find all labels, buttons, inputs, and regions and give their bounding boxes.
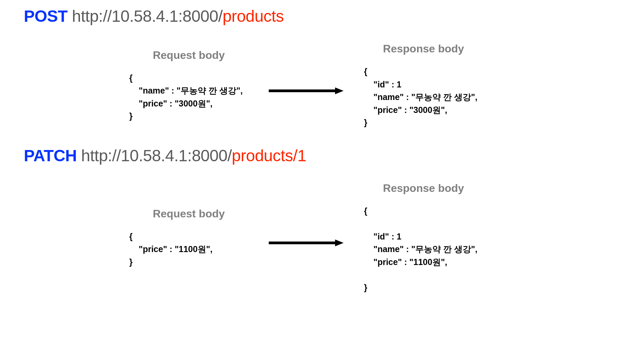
patch-request-title: Request body: [129, 208, 248, 220]
post-content-row: Request body { "name" : "무농약 깐 생강", "pri…: [24, 43, 606, 129]
post-url-prefix: http://10.58.4.1:8000/: [72, 7, 223, 25]
patch-method-label: PATCH: [24, 147, 77, 165]
post-request-block: Request body { "name" : "무농약 깐 생강", "pri…: [129, 49, 248, 123]
patch-response-body: { "id" : 1 "name" : "무농약 깐 생강", "price" …: [364, 205, 483, 294]
patch-response-title: Response body: [364, 182, 483, 195]
post-header: POST http://10.58.4.1:8000/products: [24, 7, 606, 26]
patch-url-prefix: http://10.58.4.1:8000/: [81, 147, 232, 165]
post-section: POST http://10.58.4.1:8000/products Requ…: [24, 7, 606, 129]
post-request-body: { "name" : "무농약 깐 생강", "price" : "3000원"…: [129, 72, 248, 123]
post-method-label: POST: [24, 7, 68, 25]
patch-response-block: Response body { "id" : 1 "name" : "무농약 깐…: [364, 182, 483, 294]
patch-header: PATCH http://10.58.4.1:8000/products/1: [24, 146, 606, 165]
patch-content-row: Request body { "price" : "1100원", } Resp…: [24, 182, 606, 294]
arrow-right-icon: [269, 239, 344, 246]
svg-marker-1: [335, 87, 344, 94]
post-response-body: { "id" : 1 "name" : "무농약 깐 생강", "price" …: [364, 65, 483, 129]
patch-section: PATCH http://10.58.4.1:8000/products/1 R…: [24, 146, 606, 294]
post-request-title: Request body: [129, 49, 248, 62]
patch-arrow-container: [269, 229, 344, 246]
patch-request-body: { "price" : "1100원", }: [129, 230, 248, 269]
post-response-block: Response body { "id" : 1 "name" : "무농약 깐…: [364, 43, 483, 129]
post-arrow-container: [269, 77, 344, 94]
post-url-path: products: [222, 7, 284, 25]
svg-marker-3: [335, 239, 344, 246]
arrow-right-icon: [269, 87, 344, 94]
patch-request-block: Request body { "price" : "1100원", }: [129, 208, 248, 269]
patch-url-path: products/1: [232, 147, 306, 165]
post-response-title: Response body: [364, 43, 483, 55]
